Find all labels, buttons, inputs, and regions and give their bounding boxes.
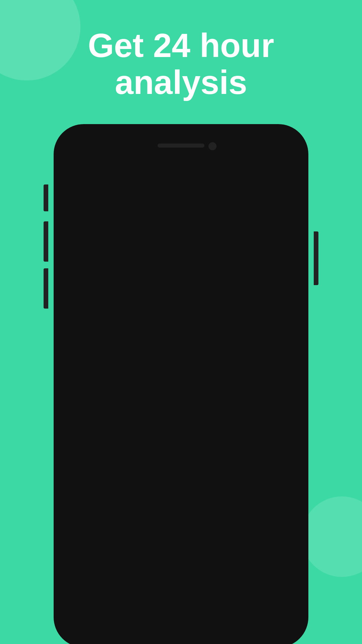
logout-icon [225,360,234,371]
login-icon [79,308,88,319]
login-icon [79,438,88,449]
cell-offline-4: 18:27:54 [215,412,283,423]
data-table: online time offline 18:41:50 49 seconds [71,272,291,588]
wave-decoration [61,189,301,229]
chevron-down-icon: ▼ [274,247,281,256]
table-row: 18:27:21 33 seconds 18:27:54 [71,405,291,431]
logout-icon [225,517,234,528]
offline-time-10: 16:58:37 [237,570,273,580]
logout-icon [225,438,234,449]
table-row: 18:29:50 19 seconds 18:30:09 [71,353,291,379]
table-row: 17:11:01 1 minute 17:12:46 [71,509,291,536]
table-row: 17:27:16 1 minute 17:28:31 [71,483,291,509]
offline-time-2: 18:30:09 [237,360,273,371]
cell-online-10: 16:58:12 [79,569,147,580]
table-row: 18:28:00 45 seconds 18:28:45 [71,379,291,405]
filter-funnel-icon: ◢ [214,246,221,257]
login-icon [79,412,88,423]
cell-duration-9: 1 minute [147,543,215,554]
login-icon [79,386,88,397]
table-row: 18:21:15 1 minute 18:22:41 [71,431,291,457]
svg-rect-0 [79,165,82,173]
cell-online-9: 16:59:06 [79,543,147,554]
cell-duration-10: 25 seconds [147,570,215,580]
phone-btn-power [314,231,318,285]
logout-icon [225,569,234,580]
online-time-10: 16:58:12 [91,570,126,580]
cell-offline-6: 17:31:37 [215,465,283,476]
offline-time-9: 17:00:29 [237,543,273,554]
cell-offline-7: 17:28:31 [215,491,283,502]
logout-icon [225,491,234,502]
cell-online-0: 18:41:50 [79,308,147,319]
cell-duration-0: 49 seconds [147,308,215,318]
cell-online-8: 17:11:01 [79,517,147,528]
table-row: 18:41:50 49 seconds 18:42:39 [71,300,291,326]
table-row: 16:58:12 25 seconds 16:58:37 [71,562,291,588]
cell-online-3: 18:28:00 [79,386,147,397]
online-time-5: 18:21:15 [91,439,126,449]
online-time-8: 17:11:01 [91,517,126,528]
offline-time-8: 17:12:46 [237,517,273,528]
filter-dropdown[interactable]: ◢ 24 Hour ▼ [204,239,291,264]
col-offline: offline [215,280,283,291]
online-time-0: 18:41:50 [91,308,126,318]
online-time-9: 16:59:06 [91,543,126,554]
content-area: ◢ 24 Hour ▼ online time offline [61,229,301,640]
table-row: 16:59:06 1 minute 17:00:29 [71,536,291,562]
login-icon [79,334,88,345]
cell-duration-2: 19 seconds [147,360,215,371]
cell-duration-1: 19 seconds [147,334,215,344]
cell-online-5: 18:21:15 [79,438,147,449]
cell-online-1: 18:30:10 [79,334,147,345]
cell-offline-5: 18:22:41 [215,438,283,449]
page-title: Get 24 hour analysis [0,27,362,101]
cell-offline-2: 18:30:09 [215,360,283,371]
cell-duration-7: 1 minute [147,491,215,501]
logout-icon [225,412,234,423]
cell-duration-4: 33 seconds [147,413,215,423]
offline-time-5: 18:22:41 [237,439,273,449]
cell-offline-9: 17:00:29 [215,543,283,554]
phone-btn-mute [44,184,48,211]
table-body: 18:41:50 49 seconds 18:42:39 18:30:10 [71,300,291,588]
svg-rect-2 [89,160,93,173]
phone-btn-vol-up [44,221,48,262]
logout-icon [225,308,234,319]
cell-offline-1: 18:30:29 [215,334,283,345]
col-online: online [79,280,147,291]
cell-online-2: 18:29:50 [79,360,147,371]
bg-circle-2 [302,496,362,577]
offline-time-7: 17:28:31 [237,491,273,501]
login-icon [79,491,88,502]
phone-mockup: Details ◢ 24 Hour ▼ [54,124,308,644]
filter-label: 24 Hour [225,246,269,257]
offline-time-1: 18:30:29 [237,334,273,344]
cell-duration-6: 10 seconds [147,465,215,475]
table-row: 18:30:10 19 seconds 18:30:29 [71,326,291,353]
logout-icon [225,543,234,554]
svg-rect-1 [84,163,87,173]
offline-time-4: 18:27:54 [237,413,273,423]
cell-offline-10: 16:58:37 [215,569,283,580]
login-icon [79,517,88,528]
cell-offline-8: 17:12:46 [215,517,283,528]
header-section: Get 24 hour analysis [0,27,362,101]
login-icon [79,569,88,580]
app-title: Details [99,158,157,178]
cell-duration-5: 1 minute [147,439,215,449]
phone-screen: Details ◢ 24 Hour ▼ [61,131,301,640]
online-time-3: 18:28:00 [91,386,126,397]
online-time-1: 18:30:10 [91,334,126,344]
col-time: time [147,280,215,291]
offline-time-0: 18:42:39 [237,308,273,318]
table-row: 17:31:27 10 seconds 17:31:37 [71,457,291,483]
cell-online-6: 17:31:27 [79,465,147,476]
phone-btn-vol-down [44,268,48,309]
logout-icon [225,465,234,476]
logout-icon [225,334,234,345]
login-icon [79,543,88,554]
filter-row: ◢ 24 Hour ▼ [71,239,291,264]
online-time-7: 17:27:16 [91,491,126,501]
offline-time-6: 17:31:37 [237,465,273,475]
